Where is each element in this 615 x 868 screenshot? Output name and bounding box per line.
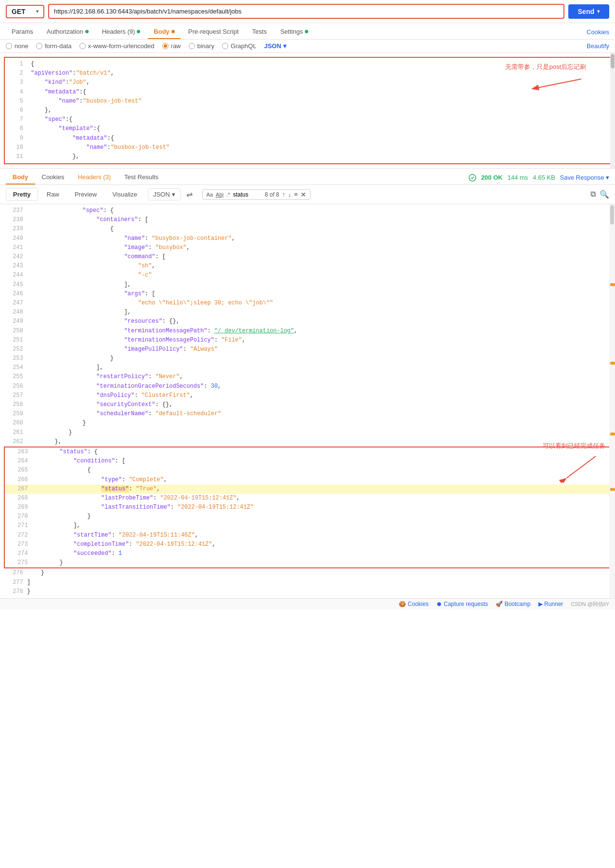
editor-scrollbar[interactable]	[610, 53, 615, 168]
scroll-marker-2	[610, 362, 615, 365]
json-line-263: 263 "status": {	[5, 447, 610, 457]
json-line-252: 252 "imagePullPolicy": "Always"	[0, 345, 615, 354]
resp-tab-cookies[interactable]: Cookies	[35, 171, 71, 184]
headers-dot	[137, 30, 140, 33]
editor-line-8: 8 "template":{	[5, 124, 610, 133]
body-dot	[171, 30, 175, 33]
svg-line-2	[567, 456, 596, 478]
wrap-icon[interactable]: ⇌	[186, 190, 193, 199]
view-tab-pretty[interactable]: Pretty	[6, 188, 38, 201]
cookies-link[interactable]: Cookies	[587, 28, 609, 36]
json-line-249: 249 "resources": {},	[0, 317, 615, 326]
view-tab-raw[interactable]: Raw	[40, 188, 66, 200]
save-response-button[interactable]: Save Response ▾	[560, 174, 609, 181]
json-line-277: 277 ]	[0, 578, 615, 587]
search-down-icon[interactable]: ↓	[288, 191, 291, 198]
method-select[interactable]: GET ▾	[6, 5, 44, 18]
response-status: 200 OK 144 ms 4.65 KB Save Response ▾	[469, 174, 609, 182]
json-line-268: 268 "lastProbeTime": "2022-04-19T15:12:4…	[5, 494, 610, 503]
status-size: 4.65 KB	[533, 174, 555, 181]
bottom-runner[interactable]: ▶ Runner	[538, 601, 563, 607]
search-aa-icon: Aa	[207, 192, 213, 197]
body-type-raw[interactable]: raw	[162, 42, 181, 50]
json-chevron-icon: ▾	[283, 42, 287, 50]
scrollbar-thumb	[611, 54, 615, 68]
radio-none	[6, 43, 12, 49]
save-chevron-icon: ▾	[606, 174, 609, 181]
json-line-251: 251 "terminationMessagePolicy": "File",	[0, 336, 615, 345]
radio-urlencoded	[79, 43, 86, 49]
bottom-bootcamp[interactable]: 🚀 Bootcamp	[496, 601, 530, 607]
scroll-marker-4	[610, 488, 615, 491]
annotation-arrow-bottom	[557, 454, 605, 483]
json-line-269: 269 "lastTransitionTime": "2022-04-19T15…	[5, 503, 610, 512]
bottom-cookies[interactable]: 🍪 Cookies	[399, 601, 429, 607]
tab-pre-request[interactable]: Pre-request Script	[183, 25, 245, 39]
body-type-graphql[interactable]: GraphQL	[222, 42, 256, 50]
search-up-icon[interactable]: ↑	[282, 191, 286, 198]
search-toggle-icon[interactable]: 🔍	[600, 190, 609, 199]
json-line-238: 238 "containers": [	[0, 215, 615, 224]
body-type-urlencoded[interactable]: x-www-form-urlencoded	[79, 42, 155, 50]
tab-params[interactable]: Params	[6, 25, 39, 39]
search-list-icon[interactable]: ≡	[294, 191, 298, 198]
radio-graphql	[222, 43, 228, 49]
tab-headers[interactable]: Headers (9)	[96, 25, 146, 39]
json-line-270: 270 }	[5, 512, 610, 521]
send-button[interactable]: Send ▾	[568, 4, 609, 19]
body-type-form-data[interactable]: form-data	[36, 42, 72, 50]
bottom-bar: 🍪 Cookies ⏺ Capture requests 🚀 Bootcamp …	[0, 598, 615, 610]
json-format-dropdown[interactable]: JSON ▾	[264, 42, 286, 50]
tab-tests[interactable]: Tests	[247, 25, 273, 39]
json-line-246: 246 "args": [	[0, 289, 615, 299]
status-icon	[469, 174, 476, 182]
json-line-275: 275 }	[5, 558, 610, 567]
json-line-267: 267 "status": "True",	[5, 485, 610, 494]
tab-settings[interactable]: Settings	[275, 25, 314, 39]
response-json-dropdown[interactable]: JSON ▾	[148, 188, 181, 200]
search-close-icon[interactable]: ✕	[301, 191, 306, 198]
search-input[interactable]	[233, 191, 262, 198]
tab-body[interactable]: Body	[148, 25, 181, 39]
bottom-capture[interactable]: ⏺ Capture requests	[436, 601, 488, 607]
response-scrollbar[interactable]	[609, 204, 615, 598]
view-tab-visualize[interactable]: Visualize	[105, 188, 144, 200]
svg-line-0	[533, 79, 581, 89]
radio-binary	[189, 43, 195, 49]
method-chevron-icon: ▾	[36, 9, 39, 14]
json-line-250: 250 "terminationMessagePath": "/ dev/ter…	[0, 327, 615, 336]
json-line-255: 255 "restartPolicy": "Never",	[0, 372, 615, 381]
resp-tab-headers[interactable]: Headers (3)	[71, 171, 118, 184]
view-tab-preview[interactable]: Preview	[68, 188, 104, 200]
editor-line-7: 7 "spec":{	[5, 115, 610, 124]
json-line-254: 254 ],	[0, 363, 615, 372]
body-type-tabs: none form-data x-www-form-urlencoded raw…	[0, 39, 615, 53]
view-tabs: Pretty Raw Preview Visualize JSON ▾ ⇌ Aa…	[0, 185, 615, 204]
json-line-241: 241 "image": "busybox",	[0, 243, 615, 252]
tab-authorization[interactable]: Authorization	[41, 25, 94, 39]
body-type-none[interactable]: none	[6, 42, 28, 50]
code-editor[interactable]: 1 { 2 "apiVersion":"batch/v1", 3 "kind":…	[0, 53, 615, 169]
response-scrollbar-thumb	[610, 205, 614, 224]
search-ab-icon: Ab|	[216, 192, 223, 197]
resp-json-chevron-icon: ▾	[172, 191, 175, 198]
annotation-arrow-top	[528, 74, 586, 93]
json-response: 237 "spec": { 238 "containers": [ 239 { …	[0, 204, 615, 598]
resp-tab-body[interactable]: Body	[6, 171, 35, 184]
scroll-marker-3	[610, 433, 615, 435]
copy-icon[interactable]: ⧉	[590, 190, 596, 199]
nav-tabs: Params Authorization Headers (9) Body Pr…	[0, 23, 615, 39]
response-tabs: Body Cookies Headers (3) Test Results 20…	[0, 169, 615, 185]
search-box: Aa Ab| .* 8 of 8 ↑ ↓ ≡ ✕	[202, 189, 311, 200]
json-line-266: 266 "type": "Complete",	[5, 475, 610, 485]
json-line-274: 274 "succeeded": 1	[5, 549, 610, 558]
resp-tab-test-results[interactable]: Test Results	[118, 171, 165, 184]
url-input[interactable]	[48, 4, 564, 19]
search-match-count: 8 of 8	[265, 191, 279, 198]
beautify-button[interactable]: Beautify	[587, 42, 609, 50]
json-line-259: 259 "schedulerName": "default-scheduler"	[0, 409, 615, 419]
body-type-binary[interactable]: binary	[189, 42, 214, 50]
status-box: 263 "status": { 264 "conditions": [ 265 …	[4, 447, 611, 568]
json-line-248: 248 ],	[0, 308, 615, 317]
json-line-262: 262 },	[0, 437, 615, 447]
